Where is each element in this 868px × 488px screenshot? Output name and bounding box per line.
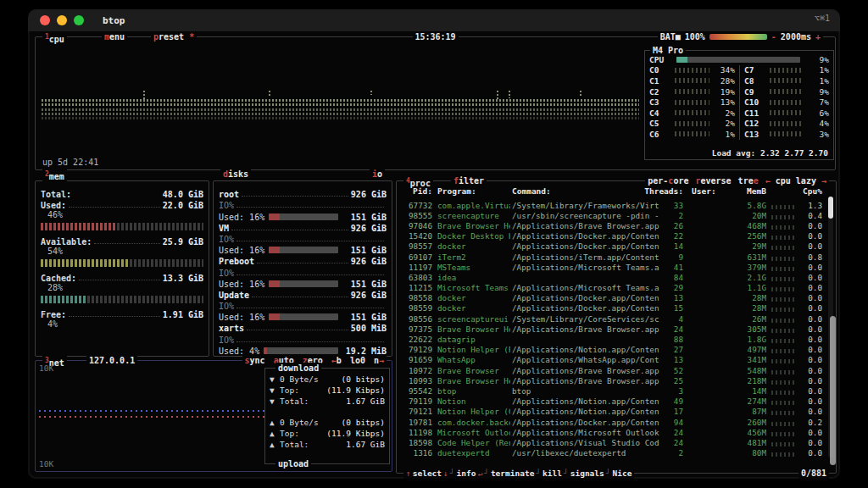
footer-action-signals[interactable]: signals bbox=[570, 468, 604, 479]
mem-section-row: Free:1.91 GiB bbox=[41, 308, 203, 319]
interval-plus-button[interactable]: + bbox=[815, 31, 821, 42]
reverse-toggle[interactable]: reverse bbox=[695, 175, 731, 186]
disks-box-title[interactable]: disks bbox=[220, 169, 251, 180]
preset-button[interactable]: preset * bbox=[151, 31, 197, 42]
disk-used-row: Used: 4%19.2 MiB bbox=[219, 345, 387, 356]
net-download-graph bbox=[39, 410, 264, 412]
disk-used-meter bbox=[269, 280, 338, 287]
core-row: C61% bbox=[645, 129, 739, 140]
col-pid[interactable]: Pid: bbox=[400, 186, 432, 196]
disk-used-row: Used: 16%151 GiB bbox=[219, 244, 387, 255]
core-grid: C034%C71%C128%C81%C219%C99%C313%C107%C42… bbox=[645, 65, 833, 140]
process-row[interactable]: 67732com.apple.Virtua/System/Library/Fra… bbox=[400, 200, 822, 210]
window-scrollbar[interactable] bbox=[830, 316, 836, 465]
core-row: C116% bbox=[739, 108, 833, 119]
disk-name-row: root926 GiB bbox=[219, 188, 387, 199]
col-user[interactable]: User: bbox=[692, 186, 729, 196]
mem-section-percent: 28% bbox=[41, 283, 203, 294]
process-row[interactable]: 98559docker/Applications/Docker.app/Cont… bbox=[400, 303, 822, 313]
col-command[interactable]: Command: bbox=[512, 186, 639, 196]
per-core-toggle[interactable]: per-core bbox=[648, 175, 688, 186]
col-threads[interactable]: Threads: bbox=[639, 186, 683, 196]
mem-sections: Used:22.0 GiB46%Available:25.9 GiB54%Cac… bbox=[41, 199, 203, 330]
sort-selector[interactable]: ← cpu lazy → bbox=[765, 175, 826, 186]
mem-box: 2mem Total: 48.0 GiB Used:22.0 GiB46%Ava… bbox=[35, 180, 209, 357]
process-row[interactable]: 15420Docker Desktop H/Applications/Docke… bbox=[400, 231, 822, 241]
col-mem[interactable]: MemB bbox=[729, 186, 766, 196]
process-row[interactable]: 79119Notion/Applications/Notion.app/Cont… bbox=[400, 396, 822, 407]
footer-action-select[interactable]: ↑select↓ bbox=[406, 468, 448, 479]
net-upload-graph bbox=[39, 416, 264, 418]
mem-section-percent: 46% bbox=[41, 210, 203, 221]
process-row[interactable]: 98555screencapture/usr/sbin/screencaptur… bbox=[400, 210, 822, 220]
battery-label: BAT■ bbox=[660, 31, 681, 42]
battery-indicator: BAT■ 100% - 2000ms + bbox=[658, 31, 823, 42]
net-option[interactable]: sync bbox=[245, 355, 265, 366]
net-stat-row: ▼Total:1.67 GiB bbox=[270, 396, 385, 407]
process-row[interactable]: 98558docker/Applications/Docker.app/Cont… bbox=[400, 293, 822, 303]
interval-minus-button[interactable]: - bbox=[771, 31, 776, 42]
terminal-window: btop ⌥⌘1 1cpu menu preset * 15:36:19 BAT… bbox=[27, 8, 841, 480]
process-row[interactable]: 22622datagrip881.8G0.0 bbox=[400, 334, 822, 344]
net-upload-rows: ▲0 Byte/s(0 bitps)▲Top:(11.9 Kibps)▲Tota… bbox=[270, 417, 385, 450]
net-stat-row: ▲Total:1.67 GiB bbox=[270, 439, 385, 450]
process-row[interactable]: 79129Notion Helper (R/Applications/Notio… bbox=[400, 345, 822, 355]
col-cpu[interactable]: Cpu% bbox=[800, 186, 822, 196]
core-row: C52% bbox=[645, 119, 739, 130]
process-row[interactable]: 19781com.docker.backe/Applications/Docke… bbox=[400, 417, 822, 427]
battery-icon: ■ bbox=[676, 32, 681, 42]
process-row[interactable]: 10972Brave Browser/Applications/Brave Br… bbox=[400, 365, 822, 375]
net-option[interactable]: ←b bbox=[331, 355, 342, 366]
footer-action-Nice[interactable]: Nice bbox=[613, 468, 632, 479]
cpu-core-panel: M4 Pro CPU 9% C034%C71%C128%C81%C219%C99… bbox=[644, 50, 834, 160]
mem-section-row: Available:25.9 GiB bbox=[41, 236, 203, 247]
process-row[interactable]: 98557docker/Applications/Docker.app/Cont… bbox=[400, 241, 822, 252]
minimize-button[interactable] bbox=[57, 15, 67, 25]
proc-footer: ↑select↓┘info↵┘terminate┘kill┘signals┘Ni… bbox=[403, 468, 634, 479]
mem-box-title[interactable]: 2mem bbox=[42, 169, 67, 182]
filter-button[interactable]: filter bbox=[451, 175, 487, 186]
process-row[interactable]: 98556screencaptureui/System/Library/Core… bbox=[400, 313, 822, 324]
net-option[interactable]: n→ bbox=[374, 355, 384, 366]
disk-name-row: Preboot926 GiB bbox=[219, 255, 387, 266]
footer-action-info[interactable]: info↵ bbox=[457, 468, 483, 479]
core-row: C128% bbox=[645, 75, 739, 86]
close-button[interactable] bbox=[40, 15, 50, 25]
net-stat-row: ▲Top:(11.9 Kibps) bbox=[270, 428, 385, 439]
mem-section-percent: 4% bbox=[41, 319, 203, 330]
disk-io-row: IO% bbox=[219, 199, 387, 210]
footer-action-kill[interactable]: kill bbox=[542, 468, 562, 479]
process-row[interactable]: 69107iTerm2/Applications/iTerm.app/Conte… bbox=[400, 252, 822, 262]
io-toggle[interactable]: io bbox=[370, 169, 385, 180]
net-option[interactable]: lo0 bbox=[350, 355, 365, 366]
disk-used-meter bbox=[269, 214, 338, 220]
process-row[interactable]: 95542btopbtop314M0.0 bbox=[400, 385, 822, 396]
disk-io-row: IO% bbox=[219, 233, 387, 244]
process-row[interactable]: 79121Notion Helper (G/Applications/Notio… bbox=[400, 407, 822, 417]
process-row[interactable]: 11198Microsoft Outloo/Applications/Micro… bbox=[400, 427, 822, 437]
zoom-button[interactable] bbox=[74, 15, 84, 25]
process-row[interactable]: 10993Brave Browser He/Applications/Brave… bbox=[400, 375, 822, 385]
tree-toggle[interactable]: tree bbox=[738, 175, 759, 186]
process-row[interactable]: 11197MSTeams/Applications/Microsoft Team… bbox=[400, 262, 822, 272]
upload-label: upload bbox=[275, 458, 311, 469]
process-row[interactable]: 1316duetexpertd/usr/libexec/duetexpertd2… bbox=[400, 448, 822, 458]
menu-button[interactable]: menu bbox=[102, 31, 127, 42]
process-row[interactable]: 91659WhatsApp/Applications/WhatsApp.app/… bbox=[400, 355, 822, 365]
cpu-box-title[interactable]: 1cpu bbox=[42, 31, 67, 45]
process-row[interactable]: 18598Code Helper (Ren/Applications/Visua… bbox=[400, 437, 822, 447]
load-average: Load avg: 2.32 2.77 2.70 bbox=[712, 148, 828, 158]
proc-header: Pid: Program: Command: Threads: User: Me… bbox=[400, 186, 822, 196]
net-scale-bottom: 10K bbox=[39, 459, 53, 469]
col-program[interactable]: Program: bbox=[437, 186, 510, 196]
process-row[interactable]: 63803idea842.1G0.0 bbox=[400, 272, 822, 282]
process-row[interactable]: 97046Brave Browser He/Applications/Brave… bbox=[400, 220, 822, 230]
net-stat-row: ▲0 Byte/s(0 bitps) bbox=[270, 417, 385, 428]
process-row[interactable]: 11215Microsoft Teams/Applications/Micros… bbox=[400, 283, 822, 293]
disk-name-row: xarts500 MiB bbox=[219, 322, 387, 333]
core-row: C99% bbox=[739, 86, 833, 97]
footer-action-terminate[interactable]: terminate bbox=[491, 468, 534, 479]
core-row: C034% bbox=[645, 65, 739, 76]
process-row[interactable]: 97375Brave Browser He/Applications/Brave… bbox=[400, 324, 822, 334]
titlebar: btop ⌥⌘1 bbox=[28, 9, 840, 31]
